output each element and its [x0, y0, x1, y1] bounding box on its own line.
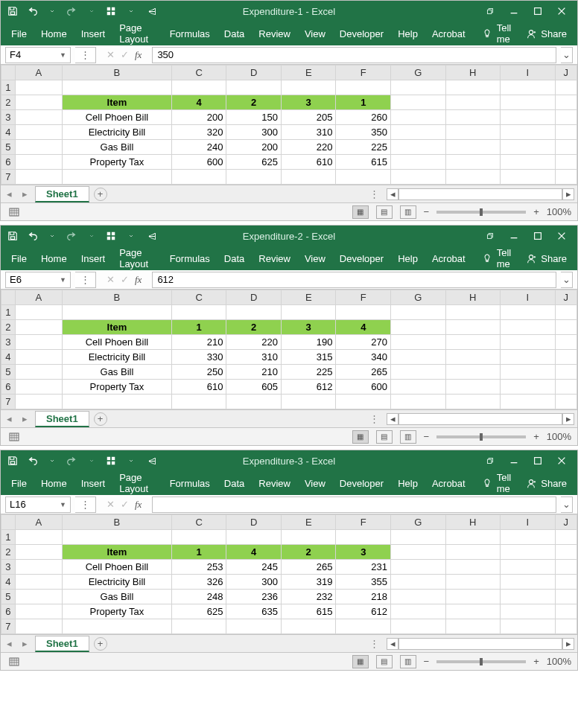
cell[interactable]	[15, 619, 62, 634]
cell[interactable]	[555, 530, 577, 545]
zoom-in-icon[interactable]: +	[533, 431, 539, 442]
cancel-icon[interactable]: ✕	[107, 499, 115, 510]
tab-data[interactable]: Data	[218, 249, 250, 269]
fx-icon[interactable]: fx	[135, 49, 142, 61]
cell[interactable]: 190	[281, 335, 336, 350]
tab-home[interactable]: Home	[35, 473, 73, 494]
row-header[interactable]: 7	[1, 170, 16, 185]
cell[interactable]: Electricity Bill	[62, 350, 171, 365]
tab-file[interactable]: File	[5, 473, 33, 494]
page-break-view-icon[interactable]: ▥	[400, 430, 416, 444]
row-header[interactable]: 5	[1, 590, 16, 604]
tab-view[interactable]: View	[299, 473, 331, 494]
cell[interactable]: 330	[171, 350, 226, 365]
redo-icon[interactable]	[66, 4, 77, 18]
cell[interactable]	[226, 619, 282, 634]
cell[interactable]	[555, 365, 577, 380]
tab-insert[interactable]: Insert	[75, 24, 112, 44]
cell[interactable]	[555, 170, 577, 185]
cell[interactable]	[555, 575, 577, 590]
cell[interactable]	[445, 530, 501, 545]
row-header[interactable]: 1	[1, 530, 16, 545]
redo-icon[interactable]	[66, 229, 77, 243]
cell[interactable]	[445, 590, 501, 604]
cell[interactable]	[555, 110, 577, 125]
scroll-track[interactable]	[398, 413, 562, 425]
undo-dropdown-icon[interactable]	[46, 4, 58, 18]
ribbon-options-icon[interactable]	[485, 6, 495, 16]
formula-input[interactable]	[152, 496, 556, 513]
undo-icon[interactable]	[26, 229, 38, 243]
macro-record-icon[interactable]	[8, 431, 20, 443]
tab-pagelayout[interactable]: Page Layout	[113, 18, 161, 49]
cell[interactable]	[555, 305, 577, 320]
enter-icon[interactable]: ✓	[121, 274, 129, 285]
row-header[interactable]: 6	[1, 604, 16, 619]
qat-dropdown-icon[interactable]	[125, 454, 137, 467]
zoom-level[interactable]: 100%	[547, 206, 571, 217]
undo-dropdown-icon[interactable]	[46, 229, 58, 243]
chevron-down-icon[interactable]: ▼	[60, 276, 66, 284]
tab-acrobat[interactable]: Acrobat	[426, 249, 471, 269]
cell[interactable]: 310	[281, 125, 336, 140]
cell[interactable]: 315	[281, 350, 336, 365]
sheet-tab[interactable]: Sheet1	[35, 411, 89, 427]
tab-acrobat[interactable]: Acrobat	[426, 24, 471, 44]
sheet-tab[interactable]: Sheet1	[35, 636, 89, 652]
cell[interactable]	[445, 170, 501, 185]
cell[interactable]	[15, 140, 62, 155]
cell[interactable]: 3	[281, 95, 336, 110]
normal-view-icon[interactable]: ▦	[352, 205, 369, 219]
cell[interactable]	[171, 619, 226, 634]
cell[interactable]: 231	[336, 560, 391, 575]
qat-customize-icon[interactable]: ⩤	[144, 456, 157, 467]
cell[interactable]: 310	[226, 350, 282, 365]
cell[interactable]	[171, 80, 226, 95]
cell[interactable]: 600	[171, 155, 226, 170]
cell[interactable]	[171, 305, 226, 320]
tab-review[interactable]: Review	[253, 24, 296, 44]
cell[interactable]	[445, 545, 501, 560]
cell[interactable]: Item	[62, 545, 171, 560]
maximize-icon[interactable]	[533, 231, 543, 241]
worksheet-grid[interactable]: ABCDEFGHIJ12Item12343Cell Phoen Bill2102…	[1, 290, 577, 409]
cell[interactable]	[445, 619, 501, 634]
tab-view[interactable]: View	[299, 24, 331, 44]
macro-record-icon[interactable]	[8, 206, 20, 218]
tab-pagelayout[interactable]: Page Layout	[113, 243, 161, 274]
cell[interactable]: Property Tax	[62, 604, 171, 619]
tab-developer[interactable]: Developer	[334, 249, 390, 269]
name-box[interactable]: L16▼	[5, 496, 71, 513]
qat-customize-icon[interactable]: ⩤	[144, 6, 157, 17]
tab-file[interactable]: File	[5, 24, 33, 44]
col-header[interactable]: J	[555, 515, 577, 530]
cell[interactable]	[281, 305, 336, 320]
cell[interactable]	[15, 604, 62, 619]
row-header[interactable]: 5	[1, 365, 16, 380]
tab-file[interactable]: File	[5, 249, 33, 269]
worksheet-grid[interactable]: ABCDEFGHIJ12Item42313Cell Phoen Bill2001…	[1, 65, 577, 185]
cell[interactable]	[226, 395, 282, 409]
tab-formulas[interactable]: Formulas	[164, 249, 216, 269]
cell[interactable]: 355	[336, 575, 391, 590]
cell[interactable]: Gas Bill	[62, 140, 171, 155]
cell[interactable]	[501, 619, 556, 634]
scroll-right-icon[interactable]: ▸	[562, 413, 574, 425]
cell[interactable]	[391, 95, 446, 110]
cell[interactable]: 236	[226, 590, 282, 604]
cell[interactable]	[15, 320, 62, 335]
row-header[interactable]: 6	[1, 155, 16, 170]
chevron-down-icon[interactable]: ▼	[60, 51, 66, 59]
row-header[interactable]: 1	[1, 305, 16, 320]
tab-help[interactable]: Help	[392, 249, 424, 269]
tab-home[interactable]: Home	[35, 24, 73, 44]
cell[interactable]: 2	[281, 545, 336, 560]
sheet-nav-prev-icon[interactable]: ◂	[4, 413, 15, 424]
cell[interactable]: Cell Phoen Bill	[62, 110, 171, 125]
tab-split-icon[interactable]: ⋮	[366, 413, 382, 424]
cell[interactable]	[391, 80, 446, 95]
row-header[interactable]: 3	[1, 560, 16, 575]
cell[interactable]: 2	[226, 95, 282, 110]
page-layout-view-icon[interactable]: ▤	[376, 430, 393, 444]
row-header[interactable]: 5	[1, 140, 16, 155]
